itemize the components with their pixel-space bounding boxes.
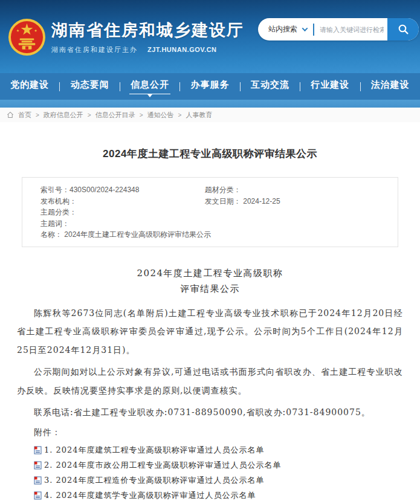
attachments-list: 1. 2024年度建筑工程专业高级职称评审通过人员公示名单 2. 2024年度市… xyxy=(17,443,403,504)
attachment-link-3[interactable]: 3. 2024年度工程造价专业高级职称评审通过人员公示名单 xyxy=(17,473,403,488)
doc-file-icon xyxy=(34,491,42,500)
article-paragraph-1: 陈辉秋等2673位同志(名单附后)土建工程专业高级专业技术职称已于2024年12… xyxy=(17,304,403,360)
chevron-down-icon xyxy=(302,25,308,31)
breadcrumb-separator: > xyxy=(140,112,143,118)
site-banner: 湖南省住房和城乡建设厅 湖南省住房和建设厅主办 ZJT.HUNAN.GOV.CN… xyxy=(0,0,420,73)
article-paragraph-2: 公示期间如对以上公示对象有异议,可通过电话或书面形式向省职改办、省土建工程专业职… xyxy=(17,363,403,399)
nav-item-info-disclosure[interactable]: 信息公开 xyxy=(120,73,179,100)
content-area: 2024年度土建工程专业高级职称评审结果公示 索引号：430S00/2024-2… xyxy=(0,122,420,504)
meta-index-value: 430S00/2024-224348 xyxy=(69,186,139,194)
breadcrumb-personnel[interactable]: 人事教育 xyxy=(186,111,212,120)
page-title: 2024年度土建工程专业高级职称评审结果公示 xyxy=(0,122,420,161)
attachments-label: 附件： xyxy=(17,423,403,441)
breadcrumb: 首页 > 政府信息公开 > 信息公开目录 > 通知公告 > 人事教育 xyxy=(0,108,420,122)
search-icon xyxy=(398,24,409,35)
doc-file-icon xyxy=(34,461,42,470)
search-scope-dropdown[interactable]: 站内搜索 xyxy=(258,24,313,34)
breadcrumb-separator: > xyxy=(178,112,182,118)
nav-item-news[interactable]: 动态要闻 xyxy=(60,73,119,100)
site-url: ZJT.HUNAN.GOV.CN xyxy=(147,46,217,53)
meta-topic-label: 主题分类： xyxy=(40,208,77,216)
search-scope-label: 站内搜索 xyxy=(268,24,297,34)
attachment-link-1[interactable]: 1. 2024年度建筑工程专业高级职称评审通过人员公示名单 xyxy=(17,443,403,458)
article-title-line2: 评审结果公示 xyxy=(17,281,403,297)
nav-substrip xyxy=(0,100,420,108)
main-nav: 党的建设 动态要闻 信息公开 办事服务 互动交流 行业建设 法治建设 xyxy=(0,73,420,100)
attachment-link-4[interactable]: 4. 2024年度建筑学专业高级职称评审通过人员公示名单 xyxy=(17,488,403,503)
doc-file-icon xyxy=(34,446,42,454)
meta-index-label: 索引号： xyxy=(40,186,69,194)
nav-item-rule-of-law[interactable]: 法治建设 xyxy=(361,73,420,100)
national-emblem-logo xyxy=(8,18,46,56)
search-button[interactable] xyxy=(387,18,419,40)
article-contact: 联系电话:省土建工程专业职改办:0731-88950090,省职改办:0731-… xyxy=(17,403,403,422)
meta-genre-label: 题材分类： xyxy=(205,186,241,194)
meta-date-label: 发文日期： xyxy=(205,197,241,205)
site-subtitle: 湖南省住房和建设厅主办 xyxy=(51,45,138,54)
breadcrumb-separator: > xyxy=(36,112,39,118)
nav-item-interaction[interactable]: 互动交流 xyxy=(241,73,300,100)
article-body: 2024年度土建工程专业高级职称 评审结果公示 陈辉秋等2673位同志(名单附后… xyxy=(0,247,420,504)
nav-item-industry[interactable]: 行业建设 xyxy=(300,73,360,100)
meta-right-column: 题材分类： 发文日期： 2024-12-25 xyxy=(205,184,398,241)
meta-name-label: 名称： xyxy=(40,230,62,239)
breadcrumb-notices[interactable]: 通知公告 xyxy=(147,111,174,120)
document-meta-table: 索引号：430S00/2024-224348 发布机构： 主题分类： 主题词： … xyxy=(22,177,398,247)
nav-item-party-building[interactable]: 党的建设 xyxy=(0,73,59,100)
attachment-link-2[interactable]: 2. 2024年度市政公用工程专业高级职称评审通过人员公示名单 xyxy=(17,458,403,473)
breadcrumb-home[interactable]: 首页 xyxy=(18,111,31,120)
site-search-bar: 站内搜索 xyxy=(258,18,419,40)
meta-name-value: 2024年度土建工程专业高级职称评审结果公示 xyxy=(64,230,211,239)
home-icon xyxy=(7,111,14,118)
nav-item-services[interactable]: 办事服务 xyxy=(180,73,239,100)
article-title-line1: 2024年度土建工程专业高级职称 xyxy=(17,265,403,281)
breadcrumb-gov-info[interactable]: 政府信息公开 xyxy=(44,111,83,120)
breadcrumb-separator: > xyxy=(88,112,91,118)
doc-file-icon xyxy=(34,476,42,485)
site-title: 湖南省住房和城乡建设厅 xyxy=(51,19,244,41)
search-input[interactable] xyxy=(314,26,387,33)
meta-keyword-label: 主题词： xyxy=(40,219,69,228)
meta-publisher-label: 发布机构： xyxy=(40,197,77,205)
meta-date-value: 2024-12-25 xyxy=(243,197,280,205)
breadcrumb-info-catalog[interactable]: 信息公开目录 xyxy=(95,111,135,120)
meta-left-column: 索引号：430S00/2024-224348 发布机构： 主题分类： 主题词： … xyxy=(40,184,205,241)
